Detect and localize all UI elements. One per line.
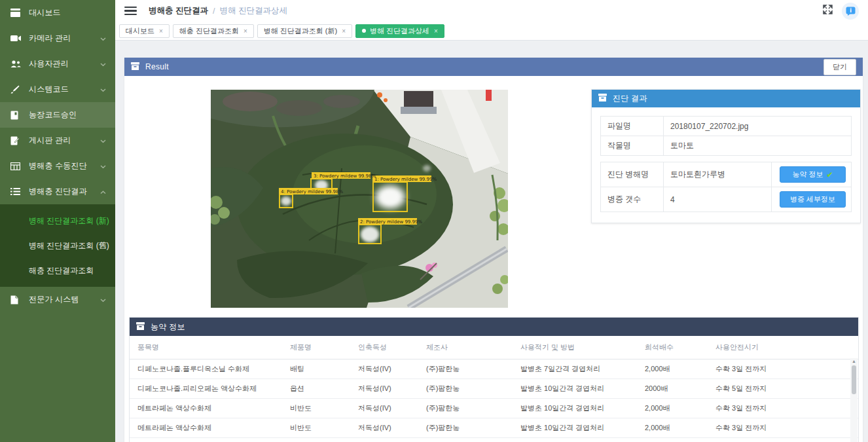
camera-icon [10, 33, 21, 44]
chevron-up-icon [100, 187, 106, 196]
list-icon [10, 187, 21, 197]
cell: 수확 3일 전까지 [708, 418, 858, 438]
table-row[interactable]: 디페노코나졸.피리오페논 액상수화제 옵션 저독성(IV) (주)팜한농 발병초… [130, 379, 858, 399]
sidebar-item-label: 사용자관리 [29, 58, 100, 69]
disease-name-value: 토마토흰가루병 [664, 162, 772, 187]
table-scrollbar[interactable]: ▲ [850, 358, 858, 442]
sidebar-item-board-management[interactable]: 게시판 관리 [0, 128, 115, 153]
sidebar-submenu: 병해 진단결과조회 (新) 병해 진단결과조회 (舊) 해충 진단결과조회 [0, 204, 115, 287]
pesticide-table-wrap: 품목명 제품명 인축독성 제조사 사용적기 및 방법 희석배수 사용안전시기 [130, 336, 858, 442]
fullscreen-icon[interactable] [823, 5, 833, 17]
crop-name-label: 작물명 [601, 136, 664, 156]
table-row[interactable]: 아이소피라잠 유제 새나리 보통독성(III) 신젠타코리아(주) 발병초 10… [130, 438, 858, 442]
svg-text:i: i [850, 8, 852, 14]
symptom-detail-button-label: 병증 세부정보 [790, 194, 835, 204]
sidebar-item-label: 시스템코드 [29, 84, 100, 95]
table-grid-icon [10, 161, 21, 172]
main-area: 병해충 진단결과 / 병해 진단결과상세 i [115, 0, 868, 442]
sidebar-item-manual-diagnosis[interactable]: 병해충 수동진단 [0, 153, 115, 179]
pesticide-info-button[interactable]: 농약 정보 ✔ [780, 166, 846, 183]
sidebar-item-dashboard[interactable]: 대시보드 [0, 0, 115, 26]
cell: 2000배 [637, 379, 708, 399]
submenu-item-disease-results-new[interactable]: 병해 진단결과조회 (新) [0, 208, 115, 233]
pesticide-table: 품목명 제품명 인축독성 제조사 사용적기 및 방법 희석배수 사용안전시기 [130, 336, 858, 442]
scrollbar-up-arrow[interactable]: ▲ [852, 358, 856, 365]
chevron-down-icon [100, 60, 106, 69]
disease-name-label: 진단 병해명 [601, 162, 664, 187]
tab-label: 대시보드 [126, 26, 154, 36]
cell: (주)팜한농 [418, 359, 513, 379]
cell: 비반도 [282, 418, 350, 438]
tab-disease-results-new[interactable]: 병해 진단결과조회 (新) × [257, 24, 352, 38]
sidebar-item-label: 게시판 관리 [29, 135, 100, 146]
cell: 2,000배 [637, 418, 708, 438]
result-panel: Result 닫기 [124, 58, 863, 442]
column-header: 제품명 [282, 336, 350, 359]
users-icon [10, 59, 21, 69]
tab-close-icon[interactable]: × [434, 28, 438, 35]
sidebar-item-farm-code-approval[interactable]: 농장코드승인 [0, 102, 115, 128]
submenu-item-label: 병해 진단결과조회 (舊) [29, 240, 109, 251]
pesticide-panel-title: 농약 정보 [151, 322, 185, 333]
archive-box-icon [131, 62, 139, 72]
cell: 옵션 [282, 379, 350, 399]
pesticide-button-cell: 농약 정보 ✔ [772, 162, 852, 187]
cell: 2,000배 [637, 399, 708, 418]
breadcrumb-page: 병해 진단결과상세 [219, 5, 287, 16]
tab-dashboard[interactable]: 대시보드 × [119, 24, 170, 38]
sidebar-item-users[interactable]: 사용자관리 [0, 51, 115, 77]
breadcrumb-section: 병해충 진단결과 [149, 5, 208, 16]
cell: (주)팜한농 [418, 379, 513, 399]
symptom-count-label: 병증 갯수 [601, 187, 664, 212]
cell: 수확 3일 전까지 [708, 399, 858, 418]
hamburger-menu-icon[interactable] [124, 5, 137, 18]
scrollbar-thumb[interactable] [852, 365, 856, 394]
symptom-count-value: 4 [664, 187, 772, 212]
detection-label-3: 3: Powdery mildew 99.98% [314, 174, 376, 179]
sidebar-item-expert-system[interactable]: 전문가 시스템 [0, 287, 115, 312]
sidebar-item-label: 병해충 진단결과 [29, 186, 100, 197]
chevron-down-icon [100, 162, 106, 171]
cell: 보통독성(III) [350, 438, 418, 442]
diagnosis-card-body: 파일명 20180107_220702.jpg 작물명 토마토 [592, 107, 860, 223]
cell: 2,000배 [637, 359, 708, 379]
cell: 저독성(IV) [350, 379, 418, 399]
table-row[interactable]: 디페노코나졸.플루디옥소닐 수화제 배팅 저독성(IV) (주)팜한농 발병초 … [130, 359, 858, 379]
cell: (주)팜한농 [418, 399, 513, 418]
table-header-row: 품목명 제품명 인축독성 제조사 사용적기 및 방법 희석배수 사용안전시기 [130, 336, 858, 359]
column-header: 희석배수 [637, 336, 708, 359]
cell: 수확 3일 전까지 [708, 359, 858, 379]
cell: 신젠타코리아(주) [418, 438, 513, 442]
archive-box-icon [598, 94, 607, 103]
tab-close-icon[interactable]: × [342, 28, 346, 35]
sidebar-item-system-code[interactable]: 시스템코드 [0, 77, 115, 102]
pesticide-panel: 농약 정보 품목명 제품명 인축독성 제조사 [129, 317, 859, 442]
submenu-item-disease-results-old[interactable]: 병해 진단결과조회 (舊) [0, 233, 115, 258]
result-panel-title: Result [145, 62, 169, 71]
tab-close-icon[interactable]: × [244, 28, 247, 35]
sidebar-item-label: 대시보드 [29, 7, 106, 18]
cell: 메트라페논 액상수화제 [130, 418, 282, 438]
tab-label: 해충 진단결과조회 [179, 26, 239, 36]
symptom-detail-button[interactable]: 병증 세부정보 [780, 191, 846, 208]
tab-disease-result-detail[interactable]: 병해 진단결과상세 × [355, 24, 444, 38]
result-panel-header: Result 닫기 [124, 58, 863, 76]
detection-label-1: 1: Powdery mildew 99.99% [374, 177, 437, 182]
submenu-item-pest-results[interactable]: 해충 진단결과조회 [0, 258, 115, 283]
pesticide-panel-header: 농약 정보 [130, 318, 858, 336]
tab-close-icon[interactable]: × [159, 28, 163, 35]
sidebar-item-label: 농장코드승인 [29, 109, 106, 120]
sidebar: 대시보드 카메라 관리 사용자관리 시스템코드 [0, 0, 115, 442]
sidebar-item-diagnosis-results[interactable]: 병해충 진단결과 [0, 179, 115, 204]
table-row[interactable]: 메트라페논 액상수화제 비반도 저독성(IV) (주)팜한농 발병초 10일간격… [130, 418, 858, 438]
submenu-item-label: 병해 진단결과조회 (新) [29, 215, 109, 227]
table-row[interactable]: 메트라페논 액상수화제 비반도 저독성(IV) (주)팜한농 발병초 10일간격… [130, 399, 858, 418]
close-button[interactable]: 닫기 [823, 59, 856, 75]
sidebar-item-camera[interactable]: 카메라 관리 [0, 26, 115, 51]
table-row: 진단 병해명 토마토흰가루병 농약 정보 ✔ [601, 162, 852, 187]
table-row: 병증 갯수 4 병증 세부정보 [601, 187, 852, 212]
info-chat-icon[interactable]: i [842, 3, 859, 20]
tab-pest-results[interactable]: 해충 진단결과조회 × [173, 24, 254, 38]
cell: 새나리 [282, 438, 350, 442]
cell: 발병초 10일간격 경엽처리 [513, 379, 637, 399]
